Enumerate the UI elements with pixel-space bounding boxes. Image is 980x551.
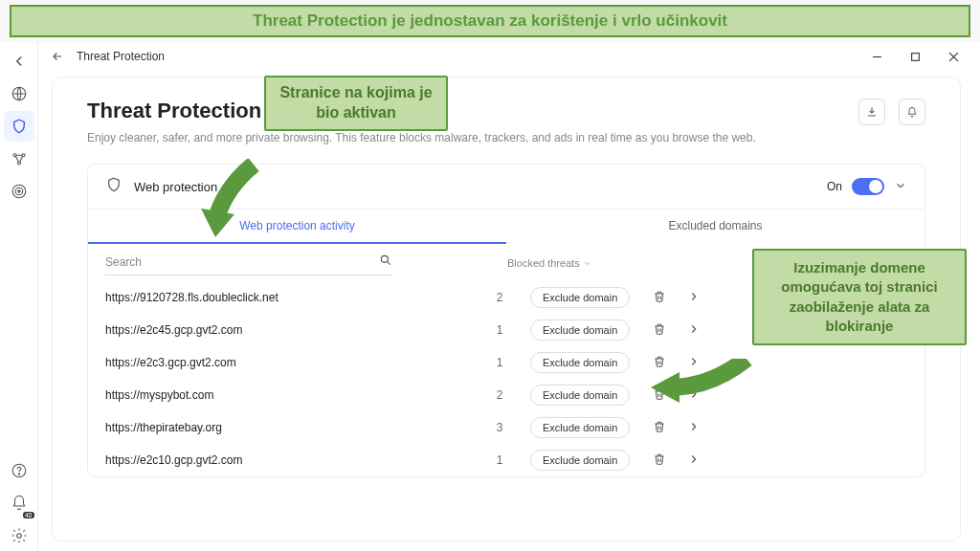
threat-row: https://e2c3.gcp.gvt2.com1Exclude domain xyxy=(88,346,924,379)
svg-point-9 xyxy=(16,534,21,539)
threat-url: https://9120728.fls.doubleclick.net xyxy=(105,291,469,304)
annotation-arrow-1-icon xyxy=(196,159,273,245)
svg-point-8 xyxy=(18,474,19,474)
threat-url: https://myspybot.com xyxy=(105,388,469,402)
delete-icon[interactable] xyxy=(653,420,666,436)
threat-count: 1 xyxy=(480,453,519,467)
back-button[interactable] xyxy=(46,45,69,68)
sidebar-notifications[interactable]: 40 xyxy=(4,488,34,518)
annotation-banner: Threat Protection je jednostavan za kori… xyxy=(10,5,970,37)
svg-point-3 xyxy=(17,162,20,165)
tab-activity[interactable]: Web protection activity xyxy=(88,209,506,244)
svg-rect-10 xyxy=(911,53,919,60)
threat-count: 2 xyxy=(480,291,519,304)
sidebar: 40 xyxy=(0,42,38,551)
web-protection-toggle[interactable] xyxy=(852,178,884,195)
window-minimize[interactable] xyxy=(858,42,896,71)
tab-excluded[interactable]: Excluded domains xyxy=(506,209,924,244)
svg-point-11 xyxy=(381,255,388,262)
threat-count: 2 xyxy=(480,388,519,402)
chevron-right-icon[interactable] xyxy=(687,322,701,339)
threat-url: https://e2c45.gcp.gvt2.com xyxy=(105,323,469,337)
annotation-callout-activity: Stranice na kojima je bio aktivan xyxy=(264,76,448,131)
search-box xyxy=(105,250,392,276)
search-input[interactable] xyxy=(105,255,379,269)
threat-count: 1 xyxy=(480,323,519,337)
download-button[interactable] xyxy=(858,99,885,125)
shield-icon xyxy=(105,176,122,197)
exclude-domain-button[interactable]: Exclude domain xyxy=(530,417,630,438)
threat-row: https://thepiratebay.org3Exclude domain xyxy=(88,411,924,444)
window-maximize[interactable] xyxy=(896,42,934,71)
chevron-right-icon[interactable] xyxy=(687,420,701,436)
delete-icon[interactable] xyxy=(653,290,666,306)
exclude-domain-button[interactable]: Exclude domain xyxy=(530,287,630,308)
sidebar-radar[interactable] xyxy=(4,176,34,207)
exclude-domain-button[interactable]: Exclude domain xyxy=(530,352,630,373)
search-icon[interactable] xyxy=(379,253,392,271)
notification-badge: 40 xyxy=(23,512,34,518)
sidebar-globe[interactable] xyxy=(4,78,34,109)
page-subtitle: Enjoy cleaner, safer, and more private b… xyxy=(87,129,756,146)
threat-url: https://e2c10.gcp.gvt2.com xyxy=(105,453,469,467)
threat-url: https://thepiratebay.org xyxy=(105,421,469,434)
annotation-callout-exclude: Izuzimanje domene omogućava toj stranici… xyxy=(752,249,967,345)
exclude-domain-button[interactable]: Exclude domain xyxy=(530,320,630,341)
expand-section[interactable] xyxy=(894,179,907,195)
blocked-threats-header: Blocked threats xyxy=(507,257,591,269)
exclude-domain-button[interactable]: Exclude domain xyxy=(530,385,630,406)
chevron-right-icon[interactable] xyxy=(687,452,701,469)
threat-row: https://myspybot.com2Exclude domain xyxy=(88,379,924,411)
titlebar: Threat Protection xyxy=(38,42,980,71)
svg-point-6 xyxy=(17,190,19,192)
window-title: Threat Protection xyxy=(77,50,165,63)
sidebar-back[interactable] xyxy=(4,46,34,77)
toggle-state: On xyxy=(827,180,842,193)
sidebar-shield[interactable] xyxy=(4,111,34,142)
delete-icon[interactable] xyxy=(653,452,666,469)
threat-url: https://e2c3.gcp.gvt2.com xyxy=(105,356,469,369)
sidebar-mesh[interactable] xyxy=(4,143,34,174)
sidebar-settings[interactable] xyxy=(4,520,34,551)
delete-icon[interactable] xyxy=(653,322,666,339)
window-close[interactable] xyxy=(934,42,972,71)
threat-row: https://e2c10.gcp.gvt2.com1Exclude domai… xyxy=(88,444,924,476)
annotation-arrow-2-icon xyxy=(651,359,756,416)
exclude-domain-button[interactable]: Exclude domain xyxy=(530,450,630,471)
threat-count: 1 xyxy=(480,356,519,369)
sidebar-help[interactable] xyxy=(4,455,34,486)
bell-button[interactable] xyxy=(899,99,925,125)
threat-count: 3 xyxy=(480,421,519,434)
chevron-right-icon[interactable] xyxy=(687,290,701,306)
